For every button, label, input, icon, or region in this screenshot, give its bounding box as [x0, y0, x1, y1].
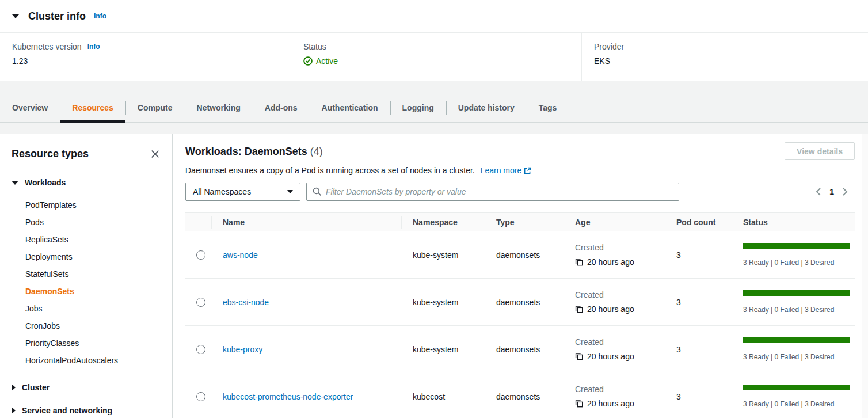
namespace-select-value: All Namespaces — [193, 187, 251, 196]
sidebar-item-statefulsets[interactable]: StatefulSets — [25, 265, 161, 283]
column-header-name[interactable]: Name — [211, 218, 401, 227]
eks-cluster-page: Cluster info Info Kubernetes version Inf… — [0, 0, 868, 418]
content-area: Resource types Workloads PodTemplates Po… — [0, 134, 868, 418]
status-field: Status Active — [291, 33, 581, 81]
sidebar-close-button[interactable] — [149, 149, 161, 160]
sidebar-group-workloads[interactable]: Workloads — [12, 178, 161, 187]
sidebar-group-label: Workloads — [25, 178, 66, 187]
workloads-items: PodTemplates Pods ReplicaSets Deployment… — [12, 196, 161, 369]
sidebar-item-cronjobs[interactable]: CronJobs — [25, 317, 161, 335]
table-row: aws-node kube-system daemonsets Created … — [185, 231, 855, 279]
chevron-down-icon — [287, 190, 293, 193]
sidebar-item-priorityclasses[interactable]: PriorityClasses — [25, 335, 161, 352]
pagination: 1 — [814, 187, 855, 196]
table-row: kubecost-prometheus-node-exporter kubeco… — [185, 373, 855, 418]
kubernetes-version-info-link[interactable]: Info — [87, 43, 100, 51]
copy-icon[interactable] — [575, 400, 583, 408]
sidebar-item-daemonsets[interactable]: DaemonSets — [25, 283, 161, 300]
caret-right-icon — [12, 384, 16, 391]
search-icon — [313, 187, 322, 196]
resource-types-sidebar: Resource types Workloads PodTemplates Po… — [0, 134, 173, 418]
next-page-button[interactable] — [841, 187, 849, 196]
sidebar-group-cluster[interactable]: Cluster — [12, 383, 161, 392]
status-progress-bar — [743, 385, 850, 390]
sidebar-item-podtemplates[interactable]: PodTemplates — [25, 196, 161, 214]
tab-update-history[interactable]: Update history — [446, 95, 527, 122]
collapse-caret-icon[interactable] — [12, 14, 19, 18]
status-cell: 3 Ready | 0 Failed | 3 Desired — [732, 290, 855, 314]
age-cell: Created 20 hours ago — [564, 290, 665, 314]
kubernetes-version-field: Kubernetes version Info 1.23 — [0, 33, 291, 81]
sidebar-item-pods[interactable]: Pods — [25, 214, 161, 231]
sidebar-group-service-networking[interactable]: Service and networking — [12, 406, 161, 415]
caret-right-icon — [12, 407, 16, 414]
tab-add-ons[interactable]: Add-ons — [253, 95, 310, 122]
column-header-type[interactable]: Type — [485, 218, 564, 227]
search-input[interactable] — [326, 187, 673, 196]
caret-down-icon — [12, 181, 18, 185]
previous-page-button[interactable] — [814, 187, 823, 196]
status-progress-bar — [743, 337, 850, 343]
copy-icon[interactable] — [575, 352, 583, 360]
table-row: ebs-csi-node kube-system daemonsets Crea… — [185, 279, 855, 326]
sidebar-item-jobs[interactable]: Jobs — [25, 300, 161, 317]
column-header-age[interactable]: Age — [564, 218, 665, 227]
column-header-namespace[interactable]: Namespace — [401, 218, 485, 227]
table-description: Daemonset ensures a copy of a Pod is run… — [185, 166, 855, 175]
tab-overview[interactable]: Overview — [0, 95, 60, 122]
cluster-tabs: Overview Resources Compute Networking Ad… — [0, 81, 868, 123]
row-radio-button[interactable] — [196, 392, 205, 401]
type-cell: daemonsets — [485, 345, 564, 354]
row-radio-button[interactable] — [196, 250, 205, 260]
daemonset-name-link[interactable]: kubecost-prometheus-node-exporter — [223, 392, 353, 401]
namespace-select[interactable]: All Namespaces — [185, 183, 300, 201]
column-header-status[interactable]: Status — [732, 218, 855, 227]
page-title: Cluster info — [28, 10, 86, 22]
namespace-cell: kubecost — [401, 392, 485, 401]
tab-resources[interactable]: Resources — [60, 95, 125, 122]
external-link-icon — [524, 167, 531, 174]
namespace-cell: kube-system — [401, 298, 485, 307]
copy-icon[interactable] — [575, 258, 583, 266]
check-circle-icon — [303, 56, 313, 66]
right-gutter — [862, 134, 868, 418]
age-cell: Created 20 hours ago — [564, 243, 665, 267]
provider-value: EKS — [594, 56, 868, 66]
column-header-pod-count[interactable]: Pod count — [665, 218, 732, 227]
tab-tags[interactable]: Tags — [527, 95, 569, 122]
sidebar-item-horizontalpodautoscalers[interactable]: HorizontalPodAutoscalers — [25, 352, 161, 369]
daemonset-name-link[interactable]: aws-node — [223, 250, 258, 260]
view-details-button[interactable]: View details — [785, 142, 855, 160]
tab-authentication[interactable]: Authentication — [310, 95, 390, 122]
provider-field: Provider EKS — [581, 33, 868, 81]
daemonsets-table: Name Namespace Type Age Pod count Status… — [185, 212, 855, 418]
pod-count-cell: 3 — [665, 298, 732, 307]
cluster-info-header: Cluster info Info — [0, 0, 868, 33]
current-page[interactable]: 1 — [829, 187, 834, 196]
pod-count-cell: 3 — [665, 392, 732, 401]
row-radio-button[interactable] — [196, 298, 205, 307]
status-cell: 3 Ready | 0 Failed | 3 Desired — [732, 243, 855, 267]
namespace-cell: kube-system — [401, 250, 485, 260]
cluster-summary-panel: Kubernetes version Info 1.23 Status Acti… — [0, 33, 868, 81]
sidebar-title: Resource types — [12, 148, 89, 160]
tab-compute[interactable]: Compute — [125, 95, 185, 122]
sidebar-item-deployments[interactable]: Deployments — [25, 248, 161, 265]
cluster-info-link[interactable]: Info — [94, 12, 106, 20]
type-cell: daemonsets — [485, 250, 564, 260]
table-row: kube-proxy kube-system daemonsets Create… — [185, 326, 855, 373]
tab-networking[interactable]: Networking — [185, 95, 253, 122]
row-radio-button[interactable] — [196, 345, 205, 354]
row-count: (4) — [310, 146, 323, 157]
sidebar-item-replicasets[interactable]: ReplicaSets — [25, 231, 161, 248]
daemonset-name-link[interactable]: kube-proxy — [223, 345, 262, 354]
tab-logging[interactable]: Logging — [390, 95, 446, 122]
kubernetes-version-value: 1.23 — [12, 56, 291, 66]
daemonset-name-link[interactable]: ebs-csi-node — [223, 298, 269, 307]
chevron-left-icon — [814, 187, 823, 196]
copy-icon[interactable] — [575, 305, 583, 313]
learn-more-link[interactable]: Learn more — [481, 166, 532, 175]
status-cell: 3 Ready | 0 Failed | 3 Desired — [732, 385, 855, 408]
chevron-right-icon — [841, 187, 849, 196]
table-title: Workloads: DaemonSets (4) — [185, 142, 323, 158]
